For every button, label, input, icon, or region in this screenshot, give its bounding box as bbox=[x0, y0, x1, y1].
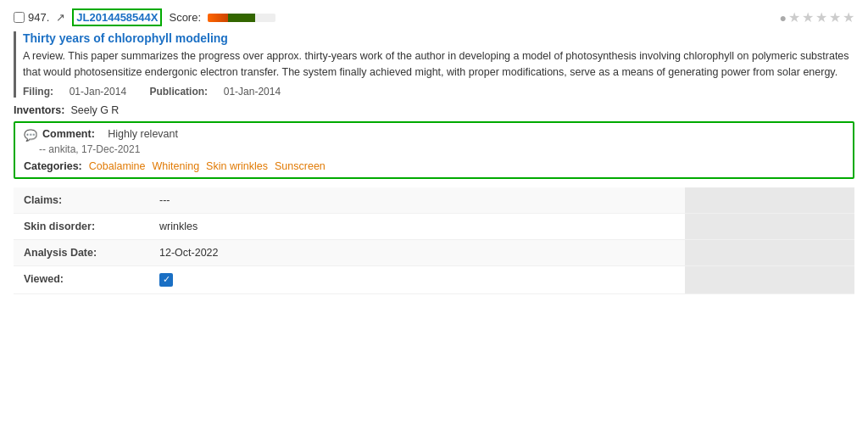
comment-label: Comment: bbox=[42, 128, 95, 140]
filing-date: 01-Jan-2014 bbox=[70, 86, 126, 98]
record-checkbox-area: 947. bbox=[14, 11, 49, 24]
analysis-date-extra bbox=[685, 239, 854, 265]
skin-disorder-value: wrinkles bbox=[149, 213, 685, 239]
publication-label-text: Publication: bbox=[149, 86, 208, 98]
title-section: Thirty years of chlorophyll modeling A r… bbox=[14, 31, 854, 98]
category-whitening[interactable]: Whitening bbox=[153, 160, 200, 172]
table-row-skin-disorder: Skin disorder: wrinkles bbox=[14, 213, 854, 239]
analysis-date-value: 12-Oct-2022 bbox=[149, 239, 685, 265]
claims-label: Claims: bbox=[14, 187, 149, 214]
star-5[interactable]: ★ bbox=[843, 9, 854, 25]
record-header: 947. ↗ JL2014458544X Score: ● ★ ★ ★ ★ ★ bbox=[14, 8, 854, 26]
skin-disorder-label: Skin disorder: bbox=[14, 213, 149, 239]
dot-icon: ● bbox=[780, 11, 787, 25]
comment-row: 💬 Comment: Highly relevant bbox=[24, 128, 844, 142]
skin-disorder-extra bbox=[685, 213, 854, 239]
inventors-label: Inventors: bbox=[14, 104, 64, 116]
category-sunscreen[interactable]: Sunscreen bbox=[275, 160, 326, 172]
viewed-value: ✓ bbox=[149, 265, 685, 293]
table-row-claims: Claims: --- bbox=[14, 187, 854, 214]
filing-label-text: Filing: bbox=[23, 86, 53, 98]
star-rating: ● ★ ★ ★ ★ ★ bbox=[780, 9, 854, 25]
category-skin-wrinkles[interactable]: Skin wrinkles bbox=[206, 160, 268, 172]
score-bar-green bbox=[228, 14, 255, 22]
star-4[interactable]: ★ bbox=[829, 9, 841, 25]
filing-publication: Filing: 01-Jan-2014 Publication: 01-Jan-… bbox=[23, 86, 854, 98]
comment-icon: 💬 bbox=[24, 129, 37, 142]
table-row-analysis-date: Analysis Date: 12-Oct-2022 bbox=[14, 239, 854, 265]
star-1[interactable]: ★ bbox=[788, 9, 800, 25]
category-cobalamine[interactable]: Cobalamine bbox=[89, 160, 146, 172]
star-3[interactable]: ★ bbox=[815, 9, 827, 25]
analysis-date-label: Analysis Date: bbox=[14, 239, 149, 265]
external-link-icon: ↗ bbox=[56, 11, 65, 24]
claims-extra bbox=[685, 187, 854, 214]
filing-label: Filing: 01-Jan-2014 bbox=[23, 86, 139, 98]
abstract-text: A review. This paper summarizes the prog… bbox=[23, 48, 854, 81]
patent-id-link[interactable]: JL2014458544X bbox=[72, 8, 162, 26]
score-bar-orange bbox=[208, 14, 228, 22]
inventors-row: Inventors: Seely G R bbox=[14, 104, 854, 116]
record-checkbox[interactable] bbox=[14, 12, 25, 23]
publication-date: 01-Jan-2014 bbox=[224, 86, 281, 98]
paper-title[interactable]: Thirty years of chlorophyll modeling bbox=[23, 31, 854, 45]
table-row-viewed: Viewed: ✓ bbox=[14, 265, 854, 293]
star-2[interactable]: ★ bbox=[802, 9, 814, 25]
comment-author: -- ankita, 17-Dec-2021 bbox=[24, 143, 844, 155]
viewed-label: Viewed: bbox=[14, 265, 149, 293]
record-number: 947. bbox=[28, 11, 49, 24]
score-label: Score: bbox=[169, 11, 201, 24]
score-bar bbox=[208, 14, 275, 22]
comment-value: Highly relevant bbox=[108, 128, 178, 140]
inventors-value: Seely G R bbox=[70, 104, 119, 116]
claims-value: --- bbox=[149, 187, 685, 214]
publication-label: Publication: 01-Jan-2014 bbox=[149, 86, 291, 98]
viewed-extra bbox=[685, 265, 854, 293]
data-table: Claims: --- Skin disorder: wrinkles Anal… bbox=[14, 187, 854, 294]
categories-label: Categories: bbox=[24, 160, 82, 172]
viewed-checkbox[interactable]: ✓ bbox=[159, 273, 173, 287]
comment-box: 💬 Comment: Highly relevant -- ankita, 17… bbox=[14, 121, 854, 179]
categories-row: Categories: Cobalamine Whitening Skin wr… bbox=[24, 160, 844, 172]
